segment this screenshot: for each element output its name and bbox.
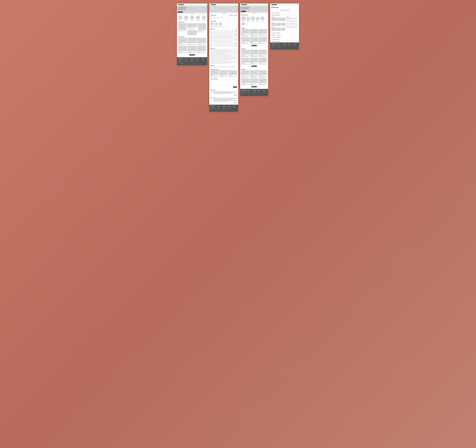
category-gluten-free[interactable]: Gluten Free: [184, 16, 188, 21]
hero-cta-button[interactable]: Learn more: [241, 11, 246, 12]
newest-recipe-5[interactable]: Recipe Name: [188, 46, 197, 53]
nav-links[interactable]: Home Recipes Communities Planning About …: [218, 4, 233, 5]
nav-links[interactable]: Home Recipes Communities Planning About …: [248, 4, 263, 5]
hero-cta-button[interactable]: Learn more: [178, 11, 183, 13]
nav-communities[interactable]: Communities: [254, 4, 257, 5]
nav-links[interactable]: Home Recipes Communities Planning About …: [279, 4, 294, 5]
pinterest-icon[interactable]: p: [275, 47, 276, 47]
prev-week-button[interactable]: ‹: [272, 9, 273, 11]
breakfast-recipe-5[interactable]: Recipe Name: [250, 37, 258, 44]
breakfast-photo-2[interactable]: [278, 18, 285, 21]
veg-recipe-4[interactable]: Recipe Name: [241, 78, 249, 85]
user-icon[interactable]: [266, 4, 267, 5]
ingredient-add-1[interactable]: +: [236, 30, 237, 31]
lunch-photo-1[interactable]: [271, 23, 276, 26]
ingredient-add-2[interactable]: +: [236, 34, 237, 35]
gf-recipe-3[interactable]: Recipe Name: [259, 50, 267, 57]
search-icon[interactable]: [295, 4, 296, 5]
lunch-photo-2[interactable]: [276, 23, 281, 26]
gf-see-more-button[interactable]: See More›: [251, 65, 257, 67]
wednesday-day-row[interactable]: + Wednesday - August 23rd: [270, 34, 299, 36]
facebook-icon[interactable]: f: [212, 109, 212, 110]
nav-recipes[interactable]: Recipes: [190, 4, 192, 5]
facebook-icon[interactable]: f: [179, 62, 180, 63]
newest-recipe-1[interactable]: Recipe Name: [178, 38, 187, 45]
nav-home[interactable]: Home: [218, 4, 220, 5]
ingredient-add-4[interactable]: +: [236, 43, 237, 44]
breakfast-recipe-6[interactable]: Recipe Name: [259, 37, 267, 44]
breakfast-recipe-3[interactable]: Recipe Name: [259, 29, 267, 37]
veg-recipe-6[interactable]: Recipe Name: [259, 78, 267, 85]
twitter-icon[interactable]: t: [181, 62, 181, 63]
nav-communities[interactable]: Communities: [224, 4, 227, 5]
reply-button-1[interactable]: Reply: [234, 94, 237, 96]
breakfast-recipe-4[interactable]: Recipe Name: [241, 37, 249, 44]
veg-recipe-1[interactable]: Recipe Name: [241, 70, 249, 78]
sunday-day-row[interactable]: + Sunday - August 20th: [270, 12, 299, 14]
submit-button[interactable]: Submit: [233, 86, 237, 88]
ingredient-add-5[interactable]: +: [236, 46, 237, 47]
facebook-icon[interactable]: f: [243, 93, 243, 94]
nav-about[interactable]: About Us: [200, 4, 203, 5]
breakfast-recipe-1[interactable]: Recipe Name: [241, 29, 249, 37]
veg-see-more-button[interactable]: See More›: [251, 86, 257, 87]
more-recipe-2[interactable]: Recipe Name: [220, 70, 228, 77]
community-no-reheat[interactable]: No Re-Heat: [261, 17, 264, 22]
comment-input[interactable]: [210, 80, 237, 86]
instagram-icon[interactable]: i: [178, 62, 179, 63]
nav-about[interactable]: About Us: [261, 4, 263, 5]
ingredient-add-3[interactable]: +: [236, 39, 237, 40]
twitter-icon[interactable]: t: [244, 93, 244, 94]
save-button[interactable]: ♡Save: [229, 15, 233, 16]
twitter-icon[interactable]: t: [213, 109, 214, 110]
dinner-photo-2[interactable]: [276, 28, 281, 31]
gf-recipe-1[interactable]: Recipe Name: [241, 50, 249, 57]
nav-recipes[interactable]: Recipes: [221, 4, 223, 5]
newest-recipe-3[interactable]: Recipe Name: [197, 38, 206, 45]
newest-recipe-6[interactable]: Recipe Name: [197, 46, 206, 53]
user-icon[interactable]: [205, 4, 206, 5]
dinner-photo-3[interactable]: [281, 28, 285, 31]
saturday-day-row[interactable]: − Saturday - August 26th: [270, 40, 299, 42]
gf-recipe-5[interactable]: Recipe Name: [250, 58, 258, 65]
community-protein[interactable]: Protein Packed: [256, 17, 260, 22]
community-gluten-free[interactable]: Gluten Free: [246, 17, 250, 22]
user-icon[interactable]: [297, 4, 298, 5]
nav-recipes[interactable]: Recipes: [250, 4, 253, 5]
tuesday-day-row[interactable]: + Tuesday - August 22nd: [270, 32, 299, 34]
nav-planning[interactable]: Planning: [289, 4, 291, 5]
newest-recipe-4[interactable]: Recipe Name: [178, 46, 187, 53]
breakfast-recipe-2[interactable]: Recipe Name: [250, 29, 258, 37]
nav-planning[interactable]: Planning: [197, 4, 199, 5]
pinterest-icon[interactable]: p: [182, 62, 182, 63]
community-breakfast[interactable]: Breakfast: [241, 16, 246, 22]
instagram-icon[interactable]: i: [271, 47, 272, 47]
see-more-button[interactable]: See More ›: [189, 54, 195, 56]
nav-communities[interactable]: Communities: [193, 4, 196, 5]
twitter-icon[interactable]: t: [274, 47, 274, 47]
monday-day-header[interactable]: − Monday - August 21st: [270, 14, 299, 16]
linkedin-icon[interactable]: in: [215, 109, 216, 110]
friday-day-row[interactable]: + Friday - August 25th: [270, 38, 299, 40]
thursday-day-row[interactable]: + Thursday - August 24th: [270, 36, 299, 38]
nav-planning[interactable]: Planning: [228, 4, 230, 5]
linkedin-icon[interactable]: in: [183, 62, 184, 63]
nav-recipes[interactable]: Recipes: [282, 4, 283, 5]
breakfast-photo-1[interactable]: [271, 18, 278, 21]
more-recipe-1[interactable]: Recipe Name: [210, 70, 219, 77]
next-week-button[interactable]: ›: [296, 9, 298, 11]
gf-recipe-4[interactable]: Recipe Name: [241, 58, 249, 65]
gf-recipe-2[interactable]: Recipe Name: [250, 50, 258, 57]
facebook-icon[interactable]: f: [272, 47, 273, 47]
community-vegetarian[interactable]: Vegetarian: [251, 16, 255, 22]
category-breakfast[interactable]: Breakfast: [178, 16, 182, 21]
category-vegetarian[interactable]: Vegetarian: [190, 16, 194, 21]
veg-recipe-3[interactable]: Recipe Name: [259, 70, 267, 78]
search-icon[interactable]: [235, 4, 235, 5]
print-button[interactable]: ⎙Print: [234, 15, 237, 16]
nav-communities[interactable]: Communities: [284, 4, 288, 5]
more-recipe-3[interactable]: Recipe Name: [228, 70, 237, 77]
dinner-photo-1[interactable]: [271, 28, 276, 31]
veg-recipe-5[interactable]: Recipe Name: [250, 78, 258, 85]
nav-home[interactable]: Home: [248, 4, 249, 5]
